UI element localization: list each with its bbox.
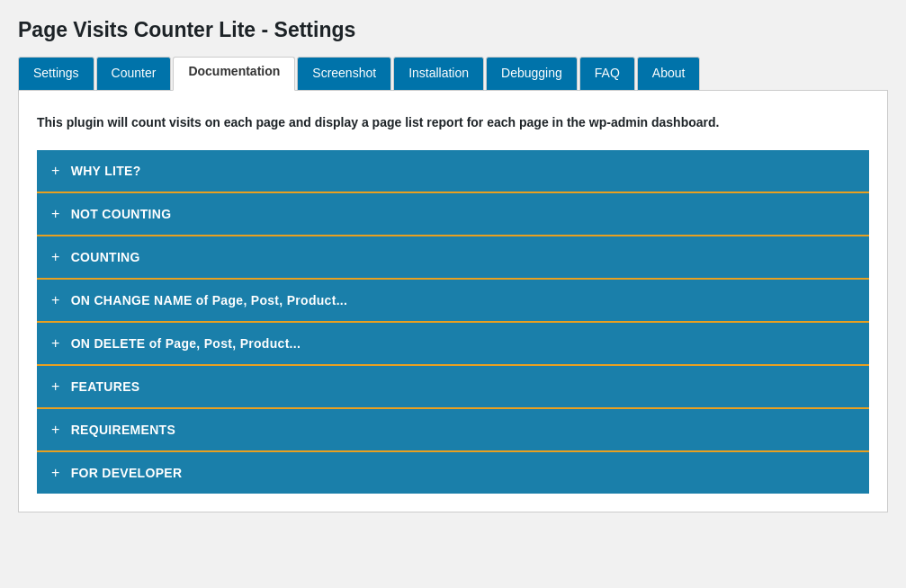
tab-faq[interactable]: FAQ [579,57,635,91]
accordion-item-for-developer[interactable]: +FOR DEVELOPER [37,452,869,494]
accordion-label: FEATURES [71,379,140,394]
intro-text: This plugin will count visits on each pa… [37,112,869,132]
accordion-item-requirements[interactable]: +REQUIREMENTS [37,409,869,452]
tabs-container: SettingsCounterDocumentationScreenshotIn… [18,57,888,90]
accordion-label: ON DELETE of Page, Post, Product... [71,336,301,351]
tab-settings[interactable]: Settings [18,57,94,91]
accordion-item-on-change-name[interactable]: +ON CHANGE NAME of Page, Post, Product..… [37,280,869,323]
tab-documentation[interactable]: Documentation [173,57,295,91]
accordion-item-features[interactable]: +FEATURES [37,366,869,409]
accordion-label: FOR DEVELOPER [71,466,183,480]
accordion-item-counting[interactable]: +COUNTING [37,236,869,280]
tab-counter[interactable]: Counter [96,57,172,91]
plus-icon: + [51,206,60,222]
tab-screenshot[interactable]: Screenshot [297,57,391,91]
accordion-label: WHY LITE? [71,164,141,178]
tab-about[interactable]: About [637,57,701,91]
accordion-label: COUNTING [71,250,140,264]
accordion-item-on-delete[interactable]: +ON DELETE of Page, Post, Product... [37,323,869,366]
plus-icon: + [51,292,60,308]
accordion-container: +WHY LITE?+NOT COUNTING+COUNTING+ON CHAN… [37,150,869,494]
plus-icon: + [51,379,60,395]
accordion-label: REQUIREMENTS [71,423,175,437]
content-panel: This plugin will count visits on each pa… [18,90,888,512]
page-title: Page Visits Counter Lite - Settings [18,18,888,42]
plus-icon: + [51,249,60,265]
tab-debugging[interactable]: Debugging [486,57,578,91]
accordion-item-why-lite[interactable]: +WHY LITE? [37,150,869,193]
accordion-label: NOT COUNTING [71,207,172,221]
accordion-item-not-counting[interactable]: +NOT COUNTING [37,193,869,236]
plus-icon: + [51,335,60,352]
plus-icon: + [51,422,60,438]
tab-installation[interactable]: Installation [393,57,484,91]
plus-icon: + [51,465,60,481]
accordion-label: ON CHANGE NAME of Page, Post, Product... [71,293,348,307]
plus-icon: + [51,163,60,179]
